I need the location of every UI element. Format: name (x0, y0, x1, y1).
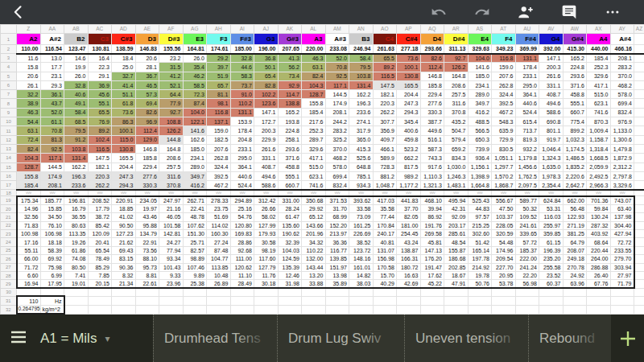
tension-cell[interactable]: 28.1 (135, 63, 159, 72)
row-header[interactable]: 13 (1, 144, 17, 153)
row-header[interactable]: 5 (1, 72, 17, 80)
tension-cell[interactable]: 26.0 (64, 72, 89, 80)
column-header[interactable]: AP (397, 25, 421, 34)
data-cell[interactable]: 107.62 (183, 221, 207, 229)
tension-cell[interactable]: 73.4 (278, 72, 302, 80)
tension-cell[interactable]: 325.2 (325, 135, 349, 144)
data-cell[interactable]: 196.81 (64, 196, 89, 204)
data-cell[interactable]: 41.02 (112, 213, 136, 221)
tension-cell[interactable]: 63.1 (17, 126, 41, 135)
data-cell[interactable]: 589.77 (515, 196, 539, 204)
tension-cell[interactable]: 116.8 (492, 54, 516, 63)
tension-cell[interactable]: 217.6 (302, 117, 326, 126)
tension-cell[interactable]: 294.3 (112, 181, 136, 190)
row-header[interactable]: 12 (1, 135, 17, 144)
tension-cell[interactable]: 92.7 (444, 54, 469, 63)
tension-cell[interactable]: 370.0 (325, 144, 349, 153)
tension-cell[interactable]: 86.3 (112, 117, 136, 126)
column-header[interactable]: AF (159, 25, 184, 34)
data-cell[interactable]: 302.60 (468, 230, 492, 238)
data-cell[interactable]: 61.86 (64, 246, 89, 254)
tension-cell[interactable]: 494.6 (254, 171, 279, 180)
cell[interactable] (302, 305, 326, 314)
data-cell[interactable]: 50.32 (515, 204, 539, 212)
tension-cell[interactable]: 623.1 (302, 171, 326, 180)
tension-cell[interactable]: 2,642.7 (563, 181, 587, 190)
data-cell[interactable]: 26.40 (587, 271, 611, 279)
tension-cell[interactable]: 16.4 (88, 54, 112, 63)
tension-cell[interactable]: 417.1 (587, 80, 611, 89)
tension-cell[interactable]: 52.0 (325, 54, 349, 63)
data-cell[interactable]: 190.62 (278, 230, 302, 238)
tension-cell[interactable]: 417.1 (302, 154, 326, 162)
tension-cell[interactable]: 58.5 (183, 80, 207, 89)
select-all-corner[interactable] (1, 25, 17, 34)
note-cell[interactable]: C#4 (397, 34, 421, 45)
frequency-cell[interactable]: 196.00 (254, 45, 279, 54)
tension-cell[interactable]: 324.4 (492, 90, 516, 99)
data-cell[interactable]: 44.83 (468, 204, 492, 212)
note-cell[interactable]: F3 (207, 34, 231, 45)
cell[interactable] (207, 288, 231, 296)
tension-cell[interactable]: 1,456.6 (515, 162, 539, 171)
data-cell[interactable]: 51.69 (207, 213, 231, 221)
data-cell[interactable]: 19.97 (135, 204, 159, 212)
data-cell[interactable]: 87.48 (207, 246, 231, 254)
cell[interactable] (302, 288, 326, 296)
marker-cell[interactable]: vvv (254, 190, 279, 196)
tension-cell[interactable]: 555.1 (278, 171, 302, 180)
tension-cell[interactable]: 208.1 (325, 108, 349, 117)
column-header[interactable]: AL (302, 25, 326, 34)
data-cell[interactable]: 152.20 (325, 221, 349, 229)
tension-cell[interactable]: 200.3 (254, 126, 279, 135)
data-cell[interactable]: 15.85 (40, 204, 64, 212)
data-cell[interactable]: 6.60 (17, 271, 41, 279)
tension-cell[interactable]: 26.1 (17, 80, 41, 89)
tension-cell[interactable]: 1,635.0 (539, 162, 564, 171)
cell[interactable] (515, 288, 539, 296)
tension-cell[interactable]: 3,329.6 (610, 181, 634, 190)
tension-cell[interactable]: 1,664.8 (468, 181, 492, 190)
column-header[interactable]: AG (183, 25, 207, 34)
tension-cell[interactable]: 79.5 (64, 126, 89, 135)
tension-cell[interactable]: 36.1 (40, 90, 64, 99)
tension-cell[interactable]: 208.1 (40, 181, 64, 190)
tension-cell[interactable]: 159.0 (207, 126, 231, 135)
frequency-cell[interactable]: 164.81 (183, 45, 207, 54)
marker-cell[interactable]: vvv (515, 190, 539, 196)
data-cell[interactable]: 97.57 (468, 213, 492, 221)
tension-cell[interactable]: 364.1 (515, 90, 539, 99)
column-header[interactable]: AE (135, 25, 159, 34)
cell[interactable] (88, 296, 112, 305)
tension-cell[interactable]: 185.4 (302, 108, 326, 117)
tension-cell[interactable]: 11.6 (17, 54, 41, 63)
tension-cell[interactable]: 1,762.5 (515, 171, 539, 180)
tension-cell[interactable]: 258.1 (278, 135, 302, 144)
tension-cell[interactable]: 293.6 (563, 72, 587, 80)
tension-cell[interactable]: 126.2 (159, 126, 184, 135)
tension-cell[interactable]: 144.8 (159, 135, 184, 144)
data-cell[interactable]: 179.93 (254, 230, 279, 238)
tension-cell[interactable]: 147.1 (539, 54, 564, 63)
tension-cell[interactable]: 371.6 (278, 154, 302, 162)
cell[interactable] (207, 305, 231, 314)
marker-cell[interactable]: vvv (468, 190, 492, 196)
cell[interactable] (159, 288, 184, 296)
data-cell[interactable]: 180.72 (397, 263, 421, 271)
tension-cell[interactable]: 648.8 (349, 162, 374, 171)
data-cell[interactable]: 209.54 (492, 255, 516, 263)
note-cell[interactable]: F#3 (230, 34, 254, 45)
tension-cell[interactable]: 185.8 (420, 80, 444, 89)
data-cell[interactable]: 135.39 (278, 263, 302, 271)
tension-cell[interactable]: 233.1 (515, 72, 539, 80)
tension-cell[interactable]: 329.6 (302, 144, 326, 153)
note-cell[interactable]: D4 (420, 34, 444, 45)
column-header[interactable]: AU (515, 25, 539, 34)
tension-cell[interactable]: 20.6 (135, 54, 159, 63)
tension-cell[interactable]: 115.0 (112, 135, 136, 144)
tension-cell[interactable]: 92.7 (159, 108, 184, 117)
data-cell[interactable]: 6.99 (40, 271, 64, 279)
cell[interactable] (278, 288, 302, 296)
tension-cell[interactable]: 699.4 (610, 99, 634, 108)
tension-cell[interactable]: 89.2 (373, 63, 397, 72)
